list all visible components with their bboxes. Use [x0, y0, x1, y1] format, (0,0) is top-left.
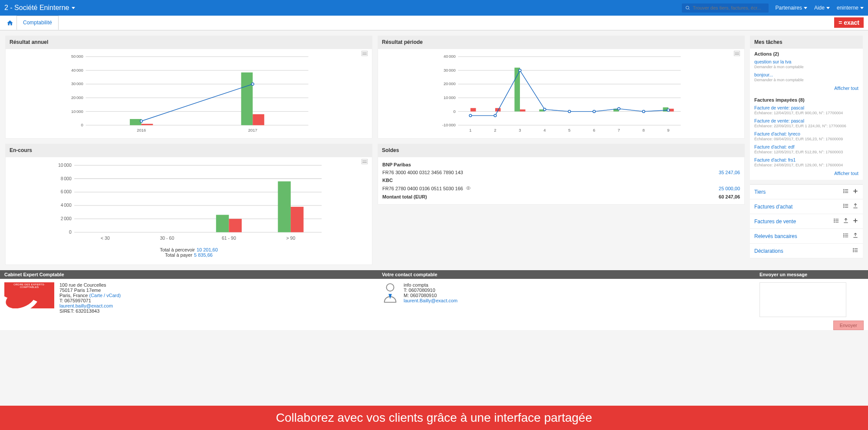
- svg-point-112: [853, 248, 854, 249]
- quicknav-relev-s-bancaires[interactable]: Relevés bancaires: [750, 229, 863, 244]
- svg-point-115: [386, 284, 394, 291]
- message-textarea[interactable]: [760, 282, 846, 317]
- svg-text:8 000: 8 000: [61, 176, 72, 181]
- upload-icon[interactable]: [843, 218, 849, 225]
- show-all-unpaid[interactable]: Afficher tout: [834, 171, 858, 176]
- svg-text:2017: 2017: [248, 128, 257, 132]
- svg-rect-17: [241, 73, 253, 125]
- invoice-link[interactable]: Facture de vente: pascal: [754, 105, 804, 110]
- svg-line-1: [688, 8, 689, 9]
- svg-text:10 000: 10 000: [58, 162, 72, 168]
- svg-rect-15: [141, 124, 153, 125]
- home-icon: [7, 20, 13, 26]
- chevron-down-icon: [860, 7, 864, 9]
- send-button[interactable]: Envoyer: [833, 321, 864, 330]
- list-icon[interactable]: [843, 188, 849, 195]
- chart-annual: 010 00020 00030 00040 00050 00020162017: [5, 49, 372, 139]
- invoice-link[interactable]: Facture d'achat: edf: [754, 144, 794, 149]
- svg-point-59: [667, 109, 670, 112]
- svg-text:30 000: 30 000: [71, 81, 83, 86]
- plus-icon[interactable]: [852, 188, 858, 195]
- svg-text:40 000: 40 000: [71, 68, 83, 73]
- map-vcard-link[interactable]: (Carte / vCard): [89, 293, 121, 298]
- total-receive-link[interactable]: 10 201,60: [197, 247, 218, 252]
- svg-point-107: [844, 235, 844, 235]
- invoice-link[interactable]: Facture de vente: pascal: [754, 118, 804, 123]
- list-icon[interactable]: [852, 247, 858, 255]
- svg-text:0: 0: [81, 122, 83, 127]
- total-pay-link[interactable]: 5 835,66: [194, 252, 213, 258]
- chevron-down-icon[interactable]: [72, 7, 75, 9]
- svg-point-53: [519, 69, 521, 72]
- card-title-period: Résultat période: [378, 36, 745, 49]
- svg-rect-18: [253, 114, 264, 125]
- svg-point-92: [844, 204, 844, 205]
- svg-text:20 000: 20 000: [444, 81, 456, 86]
- item-meta: Demander à mon comptable: [754, 78, 858, 82]
- partners-link[interactable]: Partenaires: [776, 5, 807, 11]
- brand-logo: = exact: [834, 17, 864, 28]
- list-icon[interactable]: [843, 232, 849, 240]
- upload-icon[interactable]: [852, 232, 858, 240]
- bank-iban: FR76 3000 4000 0312 3456 7890 143: [382, 170, 463, 175]
- action-link[interactable]: question sur la tva: [754, 59, 791, 64]
- unpaid-heading: Factures impayées (8): [750, 95, 863, 103]
- svg-text:20 000: 20 000: [71, 95, 83, 100]
- upload-icon[interactable]: [852, 203, 858, 210]
- quicknav-tiers[interactable]: Tiers: [750, 185, 863, 199]
- search-icon: [685, 5, 690, 11]
- home-button[interactable]: [3, 16, 16, 30]
- footer-col1-title: Cabinet Expert Comptable: [4, 272, 382, 277]
- item-meta: Échéance: 24/08/2017, EUR 129,00, N°: 17…: [754, 163, 858, 167]
- svg-text:2: 2: [494, 128, 496, 132]
- chart-menu-icon[interactable]: [734, 51, 740, 56]
- action-link[interactable]: bonjour...: [754, 72, 773, 77]
- plus-icon[interactable]: [852, 218, 858, 225]
- company-selector[interactable]: 2 - Société Eninterne: [4, 4, 69, 12]
- show-all-actions[interactable]: Afficher tout: [834, 86, 858, 91]
- svg-text:8: 8: [642, 128, 644, 132]
- card-title-annual: Résultat annuel: [5, 36, 372, 49]
- contact-email-link[interactable]: laurent.Bailly@exact.com: [404, 298, 457, 303]
- bank-amount[interactable]: 35 247,06: [719, 170, 740, 175]
- quicknav-factures-d-achat[interactable]: Factures d'achat: [750, 199, 863, 214]
- svg-point-99: [834, 220, 835, 221]
- quicknav-factures-de-vente[interactable]: Factures de vente: [750, 214, 863, 229]
- svg-text:6 000: 6 000: [61, 189, 72, 194]
- global-search[interactable]: [682, 3, 769, 13]
- list-icon[interactable]: [843, 203, 849, 210]
- quicknav-label: Factures d'achat: [754, 204, 792, 210]
- invoice-link[interactable]: Facture d'achat: frs1: [754, 157, 796, 162]
- svg-text:10 000: 10 000: [71, 109, 83, 114]
- invoice-link[interactable]: Facture d'achat: lyreco: [754, 131, 800, 136]
- svg-point-84: [844, 189, 844, 190]
- tab-comptabilite[interactable]: Comptabilité: [16, 16, 59, 30]
- chart-menu-icon[interactable]: [362, 51, 368, 56]
- svg-text:0: 0: [69, 229, 72, 235]
- svg-point-106: [844, 234, 844, 234]
- list-icon[interactable]: [833, 218, 839, 225]
- ordre-experts-logo: ORDRE DES EXPERTS-COMPTABLES: [4, 282, 54, 308]
- cabinet-email-link[interactable]: laurent.bailly@exact.com: [59, 303, 113, 308]
- svg-text:10 000: 10 000: [444, 95, 456, 100]
- user-menu[interactable]: eninterne: [837, 5, 864, 11]
- svg-text:-10 000: -10 000: [442, 122, 456, 127]
- card-title-encours: En-cours: [5, 144, 372, 157]
- quicknav-d-clarations[interactable]: Déclarations: [750, 244, 863, 258]
- svg-text:50 000: 50 000: [71, 54, 83, 59]
- help-link[interactable]: Aide: [814, 5, 830, 11]
- item-meta: Demander à mon comptable: [754, 65, 858, 69]
- svg-text:6: 6: [593, 128, 595, 132]
- chart-menu-icon[interactable]: [362, 159, 368, 164]
- actions-heading: Actions (2): [750, 49, 863, 57]
- svg-text:7: 7: [618, 128, 620, 132]
- svg-text:1: 1: [469, 128, 471, 132]
- chart-encours: 02 0004 0006 0008 00010 000< 3030 - 6061…: [5, 157, 372, 265]
- svg-point-55: [568, 110, 571, 113]
- search-input[interactable]: [693, 5, 765, 10]
- bank-amount[interactable]: 25 000,00: [719, 186, 740, 191]
- mytasks-title: Mes tâches: [750, 36, 863, 49]
- svg-text:3: 3: [519, 128, 521, 132]
- svg-text:30 000: 30 000: [444, 68, 456, 73]
- eye-icon[interactable]: [466, 185, 471, 192]
